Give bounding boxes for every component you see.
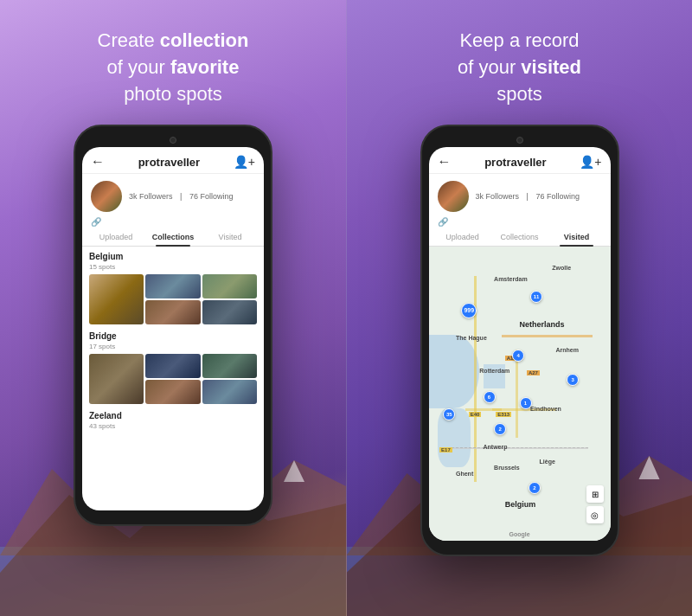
avatar-left bbox=[91, 181, 122, 212]
profile-section-left: 3k Followers | 76 Following bbox=[82, 174, 264, 215]
label-arnhem: Arnhem bbox=[556, 347, 579, 353]
map-controls: ⊞ ◎ bbox=[586, 485, 604, 523]
road-a15 bbox=[502, 335, 593, 337]
photo-cell bbox=[202, 274, 257, 298]
label-amsterdam: Amsterdam bbox=[494, 276, 528, 282]
bridge-photos bbox=[89, 354, 257, 404]
map-menu-btn[interactable]: ⊞ bbox=[586, 485, 604, 503]
photo-cell bbox=[89, 274, 144, 324]
collection-zeeland: Zeeland 43 spots bbox=[89, 411, 257, 430]
map-pin-1: 1 bbox=[520, 397, 532, 409]
tabs-left: Uploaded Collections Visited bbox=[82, 228, 264, 247]
tab-collections-left[interactable]: Collections bbox=[144, 228, 202, 246]
back-button-right[interactable]: ← bbox=[438, 154, 452, 170]
zeeland-subtitle: 43 spots bbox=[89, 422, 257, 430]
collection-belgium: Belgium 15 spots bbox=[89, 252, 257, 324]
road-vertical bbox=[516, 350, 518, 438]
label-liege: Liège bbox=[540, 459, 555, 465]
right-phone: ← protraveller 👤+ 3k Followers | 76 Foll… bbox=[420, 125, 619, 556]
map-background: Amsterdam Netherlands The Hague Rotterda… bbox=[429, 247, 611, 541]
left-panel: Create collection of your favorite photo… bbox=[0, 0, 346, 616]
back-button-left[interactable]: ← bbox=[91, 154, 105, 170]
map-location-btn[interactable]: ◎ bbox=[586, 506, 604, 523]
collections-content: Belgium 15 spots Bridge 17 spots bbox=[82, 247, 264, 442]
username-left: protraveller bbox=[138, 156, 201, 169]
phone-camera-left bbox=[170, 137, 176, 144]
profile-stats-left: 3k Followers | 76 Following bbox=[129, 192, 238, 201]
app-header-left: ← protraveller 👤+ bbox=[82, 147, 264, 174]
followers-left: 3k Followers bbox=[129, 192, 173, 201]
map-pin-4: 4 bbox=[512, 350, 524, 362]
tab-uploaded-left[interactable]: Uploaded bbox=[87, 228, 144, 246]
avatar-image-left bbox=[91, 181, 122, 212]
link-icon-right: 🔗 bbox=[429, 215, 611, 228]
app-header-right: ← protraveller 👤+ bbox=[429, 147, 611, 174]
left-header: Create collection of your favorite photo… bbox=[72, 0, 275, 125]
right-phone-container: ← protraveller 👤+ 3k Followers | 76 Foll… bbox=[420, 125, 619, 616]
map-pin-6: 6 bbox=[484, 391, 496, 403]
bridge-subtitle: 17 spots bbox=[89, 343, 257, 350]
separator-right: | bbox=[527, 192, 529, 201]
map-pin-2a: 2 bbox=[494, 423, 506, 435]
label-eindhoven: Eindhoven bbox=[530, 406, 561, 412]
photo-cell bbox=[202, 380, 257, 404]
tab-visited-left[interactable]: Visited bbox=[202, 228, 259, 246]
avatar-right bbox=[438, 181, 469, 212]
left-headline: Create collection of your favorite photo… bbox=[98, 28, 249, 107]
left-phone-screen: ← protraveller 👤+ 3k Followers | 76 Foll… bbox=[82, 147, 264, 510]
link-icon-left: 🔗 bbox=[82, 215, 264, 228]
label-ghent: Ghent bbox=[456, 471, 473, 477]
label-netherlands: Netherlands bbox=[520, 320, 565, 329]
right-phone-screen: ← protraveller 👤+ 3k Followers | 76 Foll… bbox=[429, 147, 611, 541]
label-thehague: The Hague bbox=[456, 335, 487, 341]
road-label-e40: E40 bbox=[469, 412, 482, 417]
add-user-icon-right[interactable]: 👤+ bbox=[580, 155, 601, 169]
photo-cell bbox=[145, 354, 200, 378]
photo-cell bbox=[145, 380, 200, 404]
label-rotterdam: Rotterdam bbox=[479, 368, 509, 374]
photo-cell bbox=[202, 300, 257, 324]
phone-camera-right bbox=[516, 137, 523, 144]
tabs-right: Uploaded Collections Visited bbox=[429, 228, 611, 247]
road-label-e313: E313 bbox=[496, 412, 511, 417]
avatar-image-right bbox=[438, 181, 469, 212]
zeeland-title: Zeeland bbox=[89, 411, 257, 420]
tab-uploaded-right[interactable]: Uploaded bbox=[434, 228, 491, 246]
tab-visited-right[interactable]: Visited bbox=[548, 228, 606, 246]
right-headline: Keep a record of your visited spots bbox=[458, 28, 581, 107]
road-label-e17: E17 bbox=[439, 447, 452, 452]
following-left: 76 Following bbox=[189, 192, 234, 201]
photo-cell bbox=[145, 274, 200, 298]
belgium-title: Belgium bbox=[89, 252, 257, 261]
profile-stats-right: 3k Followers | 76 Following bbox=[476, 192, 585, 201]
map-pin-3: 3 bbox=[567, 374, 579, 386]
photo-cell bbox=[202, 354, 257, 378]
right-panel: Keep a record of your visited spots ← pr… bbox=[346, 0, 692, 616]
border-line bbox=[443, 447, 588, 449]
photo-cell bbox=[89, 354, 144, 404]
collection-bridge: Bridge 17 spots bbox=[89, 331, 257, 404]
road-label-a27: A27 bbox=[527, 370, 540, 375]
separator-left: | bbox=[180, 192, 182, 201]
photo-cell bbox=[145, 300, 200, 324]
map-pin-2b: 2 bbox=[529, 482, 541, 494]
tab-collections-right[interactable]: Collections bbox=[491, 228, 548, 246]
following-right: 76 Following bbox=[535, 192, 580, 201]
map-container: Amsterdam Netherlands The Hague Rotterda… bbox=[429, 247, 611, 541]
map-pin-11: 11 bbox=[530, 291, 542, 303]
bridge-title: Bridge bbox=[89, 331, 257, 341]
label-brussels: Brussels bbox=[494, 465, 520, 471]
username-right: protraveller bbox=[484, 156, 547, 169]
left-phone-container: ← protraveller 👤+ 3k Followers | 76 Foll… bbox=[74, 125, 272, 616]
label-antwerp: Antwerp bbox=[484, 444, 508, 450]
left-phone: ← protraveller 👤+ 3k Followers | 76 Foll… bbox=[74, 125, 272, 526]
label-zwolle: Zwolle bbox=[552, 265, 571, 271]
profile-section-right: 3k Followers | 76 Following bbox=[429, 174, 611, 215]
followers-right: 3k Followers bbox=[476, 192, 520, 201]
label-belgium: Belgium bbox=[505, 500, 536, 509]
water-north-sea bbox=[429, 335, 480, 408]
google-logo: Google bbox=[509, 531, 529, 537]
right-header: Keep a record of your visited spots bbox=[432, 0, 607, 125]
belgium-subtitle: 15 spots bbox=[89, 263, 257, 271]
add-user-icon-left[interactable]: 👤+ bbox=[234, 155, 255, 169]
